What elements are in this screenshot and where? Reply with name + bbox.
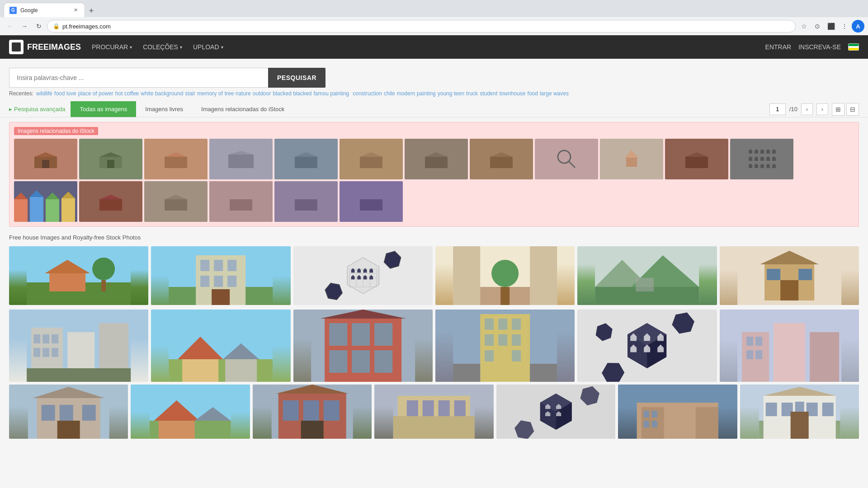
- tab-istock[interactable]: Imagens relacionadas do iStock: [192, 101, 293, 117]
- site-logo[interactable]: FREEIMAGES: [9, 40, 81, 54]
- image-card[interactable]: [577, 310, 717, 382]
- advanced-search-link[interactable]: ▸ Pesquisa avançada: [9, 106, 65, 113]
- image-card[interactable]: [740, 385, 859, 439]
- profile-button[interactable]: A: [852, 20, 864, 33]
- tag-hot-coffee[interactable]: hot coffee: [115, 90, 139, 97]
- image-card[interactable]: [293, 310, 433, 382]
- istock-image[interactable]: [535, 139, 598, 179]
- istock-image[interactable]: [209, 139, 273, 179]
- browser-tab[interactable]: G Google ✕: [4, 3, 85, 17]
- svg-rect-247: [822, 403, 833, 416]
- tag-townhouse[interactable]: townhouse: [500, 90, 526, 97]
- istock-image[interactable]: [665, 139, 728, 179]
- svg-marker-15: [425, 152, 448, 157]
- istock-image[interactable]: [14, 139, 77, 179]
- image-card[interactable]: [253, 385, 372, 439]
- image-card[interactable]: [618, 385, 737, 439]
- back-button[interactable]: ←: [4, 20, 16, 33]
- istock-image[interactable]: [79, 181, 142, 222]
- svg-rect-136: [42, 348, 49, 357]
- tag-food-love[interactable]: food love: [54, 90, 76, 97]
- next-page-button[interactable]: ›: [816, 103, 828, 115]
- istock-image[interactable]: [730, 139, 793, 179]
- tag-outdoor[interactable]: outdoor: [253, 90, 271, 97]
- forward-button[interactable]: →: [18, 20, 31, 33]
- chrome-lens-button[interactable]: ⊙: [811, 20, 824, 33]
- tab-todas-imagens[interactable]: Todas as imagens: [71, 101, 136, 117]
- image-card[interactable]: [9, 310, 148, 382]
- search-input[interactable]: [9, 68, 268, 88]
- address-bar[interactable]: 🔒 pt.freeimages.com: [47, 20, 796, 33]
- istock-image[interactable]: [144, 181, 208, 222]
- extensions-button[interactable]: ⬛: [825, 20, 837, 33]
- image-card[interactable]: [435, 246, 575, 305]
- istock-image[interactable]: [274, 139, 338, 179]
- entrar-button[interactable]: ENTRAR: [765, 43, 792, 51]
- tag-famou-painting[interactable]: famou painting: [314, 90, 349, 97]
- tag-chile[interactable]: chile: [384, 90, 395, 97]
- istock-image[interactable]: [470, 139, 533, 179]
- image-card[interactable]: [720, 310, 859, 382]
- image-card[interactable]: [9, 385, 128, 439]
- image-card[interactable]: [131, 385, 250, 439]
- istock-image[interactable]: [144, 139, 208, 179]
- tag-modern-painting[interactable]: modern painting: [397, 90, 436, 97]
- tag-truck[interactable]: truck: [466, 90, 478, 97]
- svg-marker-24: [748, 149, 753, 151]
- tag-young-teen[interactable]: young teen: [438, 90, 464, 97]
- image-card[interactable]: [151, 246, 290, 305]
- image-card[interactable]: [9, 246, 148, 305]
- istock-image[interactable]: [79, 139, 142, 179]
- nav-procurar[interactable]: PROCURAR ▾: [92, 43, 132, 51]
- image-card[interactable]: [151, 310, 290, 382]
- tab-imagens-livres[interactable]: Imagens livres: [136, 101, 192, 117]
- istock-image[interactable]: [209, 181, 273, 222]
- istock-image[interactable]: [340, 139, 403, 179]
- tag-large-waves[interactable]: large waves: [540, 90, 569, 97]
- tag-student[interactable]: student: [480, 90, 497, 97]
- svg-rect-99: [369, 270, 373, 272]
- istock-image[interactable]: [274, 181, 338, 222]
- svg-rect-22: [685, 157, 708, 168]
- image-card[interactable]: [435, 310, 575, 382]
- tag-tree-nature[interactable]: tree nature: [225, 90, 251, 97]
- tag-white-background[interactable]: white background: [141, 90, 183, 97]
- list-view-button[interactable]: ⊟: [846, 103, 859, 116]
- search-button[interactable]: PESQUISAR: [268, 68, 326, 88]
- istock-image[interactable]: [405, 139, 468, 179]
- svg-rect-49: [760, 165, 764, 168]
- svg-rect-39: [760, 158, 764, 161]
- more-button[interactable]: ⋮: [838, 20, 851, 33]
- nav-colecoes-label: COLEÇÕES: [143, 43, 178, 51]
- tag-construction[interactable]: construction: [353, 90, 382, 97]
- grid-view-button[interactable]: ⊞: [832, 103, 844, 116]
- nav-colecoes[interactable]: COLEÇÕES ▾: [143, 43, 182, 51]
- tag-wildlife[interactable]: wildlife: [36, 90, 52, 97]
- istock-image[interactable]: [340, 181, 403, 222]
- language-flag[interactable]: [848, 43, 859, 51]
- tag-food[interactable]: food: [528, 90, 538, 97]
- svg-rect-207: [283, 400, 299, 421]
- image-card[interactable]: [293, 246, 433, 305]
- tag-stair[interactable]: stair: [185, 90, 195, 97]
- inscreva-button[interactable]: INSCREVA-SE: [798, 43, 841, 51]
- tag-memory-of[interactable]: memory of: [197, 90, 223, 97]
- istock-image[interactable]: [14, 181, 77, 222]
- view-buttons: ⊞ ⊟: [832, 103, 859, 116]
- tag-place-of-power[interactable]: place of power: [78, 90, 113, 97]
- istock-image[interactable]: [600, 139, 663, 179]
- image-card[interactable]: [577, 246, 717, 305]
- prev-page-button[interactable]: ‹: [801, 103, 813, 115]
- page-input[interactable]: 1: [769, 103, 786, 115]
- image-card[interactable]: [496, 385, 615, 439]
- bookmark-button[interactable]: ☆: [797, 20, 810, 33]
- svg-rect-95: [357, 270, 361, 272]
- image-card[interactable]: [720, 246, 859, 305]
- image-card[interactable]: [374, 385, 493, 439]
- new-tab-button[interactable]: +: [85, 5, 98, 17]
- tag-blacked[interactable]: blacked blacked: [273, 90, 311, 97]
- tab-close-button[interactable]: ✕: [72, 7, 79, 14]
- nav-upload[interactable]: UPLOAD ▾: [193, 43, 223, 51]
- svg-rect-21: [626, 158, 637, 167]
- reload-button[interactable]: ↻: [33, 20, 45, 33]
